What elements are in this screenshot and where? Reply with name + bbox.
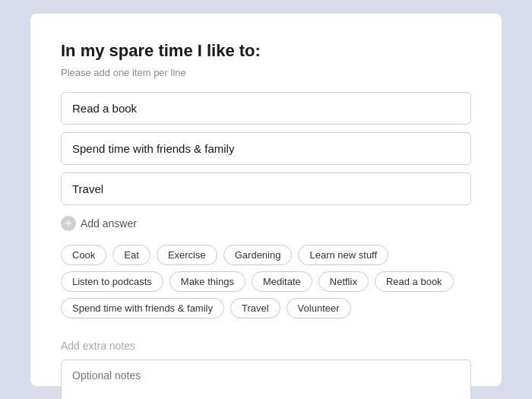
tag[interactable]: Netflix — [318, 271, 369, 292]
add-answer-icon: + — [61, 216, 76, 231]
extra-notes-label: Add extra notes — [61, 340, 471, 352]
tags-container: CookEatExerciseGardeningLearn new stuffL… — [61, 245, 471, 318]
answer-input-3[interactable] — [61, 173, 471, 205]
tag[interactable]: Cook — [61, 245, 106, 265]
tag[interactable]: Gardening — [223, 245, 293, 265]
tag[interactable]: Travel — [230, 298, 280, 318]
tag[interactable]: Make things — [169, 271, 245, 292]
tag[interactable]: Volunteer — [287, 298, 351, 318]
tag[interactable]: Exercise — [157, 245, 217, 265]
answer-input-2[interactable] — [61, 132, 471, 165]
answers-container — [61, 92, 471, 213]
form-subtitle: Please add one item per line — [61, 67, 471, 78]
tag[interactable]: Read a book — [375, 271, 454, 292]
tag[interactable]: Meditate — [252, 271, 312, 292]
form-title: In my spare time I like to: — [61, 41, 471, 61]
notes-textarea[interactable] — [61, 359, 471, 400]
tag[interactable]: Listen to podcasts — [61, 271, 163, 292]
form-card: In my spare time I like to: Please add o… — [30, 14, 502, 386]
add-answer-label: Add answer — [81, 217, 137, 230]
answer-input-1[interactable] — [61, 92, 471, 125]
tag[interactable]: Spend time with friends & family — [61, 298, 224, 318]
tag[interactable]: Eat — [112, 245, 150, 265]
tag[interactable]: Learn new stuff — [298, 245, 388, 265]
add-answer-button[interactable]: + Add answer — [61, 216, 471, 231]
